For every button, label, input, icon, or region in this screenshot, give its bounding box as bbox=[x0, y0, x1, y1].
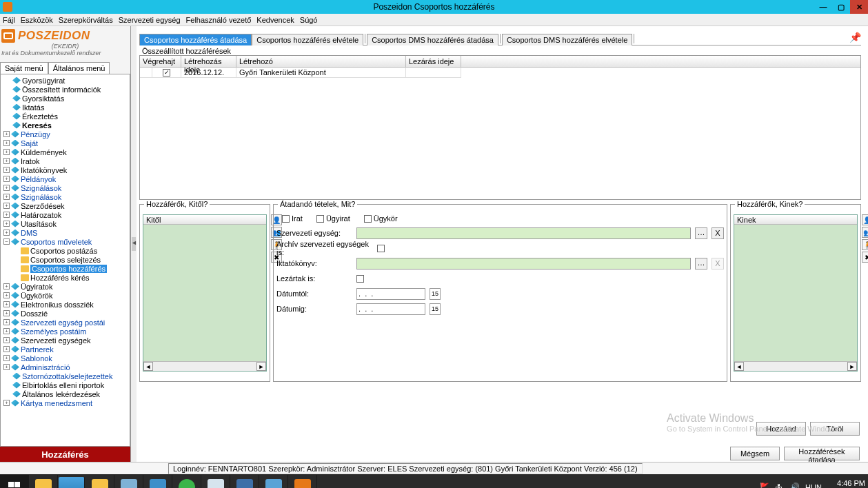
atadas-button[interactable]: Hozzáférések átadása bbox=[784, 447, 860, 460]
tab-dms-elvetele[interactable]: Csoportos DMS hozzáférés elvétele bbox=[502, 34, 632, 45]
tab-dms-atadasa[interactable]: Csoportos DMS hozzáférés átadása bbox=[367, 34, 498, 45]
listbox-kitol[interactable]: Kitől ◄► bbox=[143, 214, 267, 372]
menu-kedvencek[interactable]: Kedvencek bbox=[256, 16, 294, 24]
expand-icon[interactable]: + bbox=[3, 203, 10, 209]
minimize-button[interactable]: — bbox=[814, 0, 832, 14]
tray-lang[interactable]: HUN bbox=[805, 483, 822, 488]
tree-szemelyes[interactable]: Személyes postáim bbox=[21, 327, 86, 336]
tree-szerv-postai[interactable]: Szervezeti egység postái bbox=[21, 318, 105, 327]
expand-icon[interactable]: + bbox=[3, 158, 10, 164]
close-button[interactable]: ✕ bbox=[850, 0, 868, 14]
hozzaad-button[interactable]: Hozzáad bbox=[756, 422, 806, 436]
expand-icon[interactable]: + bbox=[3, 167, 10, 173]
task-explorer[interactable] bbox=[29, 475, 58, 488]
tree-gyorsugyirat[interactable]: Gyorsügyirat bbox=[22, 77, 65, 85]
tree-szerv-egysegek[interactable]: Szervezeti egységek bbox=[21, 336, 91, 345]
user-icon[interactable]: 🧍 bbox=[862, 239, 868, 250]
tree-szignalasok1[interactable]: Szignálások bbox=[21, 184, 61, 192]
lookup-szerv-button[interactable]: … bbox=[695, 227, 707, 239]
tree-csoportos-muveletek[interactable]: Csoportos műveletek bbox=[21, 238, 92, 246]
expand-icon[interactable]: + bbox=[3, 194, 10, 200]
add-user-icon[interactable]: 👤 bbox=[862, 214, 868, 225]
torol-button[interactable]: Töröl bbox=[810, 422, 860, 436]
menu-szerepkor[interactable]: Szerepkörváltás bbox=[59, 16, 113, 24]
input-datumtol[interactable] bbox=[356, 288, 425, 300]
expand-icon[interactable]: + bbox=[3, 176, 10, 182]
expand-icon[interactable]: + bbox=[3, 319, 10, 325]
tree-elbirt[interactable]: Elbirtoklás elleni riportok bbox=[22, 381, 104, 389]
start-button[interactable] bbox=[0, 475, 29, 488]
tree-szignalasok2[interactable]: Szignálások bbox=[21, 193, 61, 201]
tree-sablonok[interactable]: Sablonok bbox=[21, 354, 52, 363]
tree-csoportos-selejtezes[interactable]: Csoportos selejtezés bbox=[30, 256, 101, 264]
expand-icon[interactable]: + bbox=[3, 328, 10, 334]
expand-icon[interactable]: + bbox=[3, 310, 10, 316]
clear-szerv-button[interactable]: X bbox=[711, 227, 724, 239]
task-app4[interactable] bbox=[201, 475, 230, 488]
tree-kartya[interactable]: Kártya menedzsment bbox=[21, 399, 92, 407]
expand-icon[interactable]: + bbox=[3, 221, 10, 227]
tab-elvetele[interactable]: Csoportos hozzáférés elvétele bbox=[252, 34, 363, 45]
tray-clock[interactable]: 4:46 PM 12/12/2016 bbox=[827, 480, 865, 488]
tree-gyorsiktatas[interactable]: Gyorsiktatás bbox=[22, 94, 64, 103]
tab-atadasa[interactable]: Csoportos hozzáférés átadása bbox=[139, 34, 252, 45]
add-group-icon[interactable]: 👥 bbox=[862, 227, 868, 238]
tray-flag-icon[interactable]: 🚩 bbox=[760, 482, 769, 488]
megsem-button[interactable]: Mégsem bbox=[730, 447, 780, 460]
task-app3[interactable] bbox=[172, 475, 201, 488]
tree-kereses[interactable]: Keresés bbox=[22, 121, 52, 130]
calendar-datumig-icon[interactable]: 15 bbox=[430, 303, 441, 315]
calendar-datumtol-icon[interactable]: 15 bbox=[430, 288, 441, 300]
tree-dms[interactable]: DMS bbox=[21, 229, 37, 237]
tree-csoportos-hozzaferes[interactable]: Csoportos hozzáférés bbox=[30, 265, 107, 273]
tree-elektronikus[interactable]: Elektronikus dossziék bbox=[21, 301, 94, 309]
expand-icon[interactable]: + bbox=[3, 355, 10, 361]
tree-kuldemenyek[interactable]: Küldemények bbox=[21, 148, 67, 156]
tree-ugyiratok[interactable]: Ügyiratok bbox=[21, 283, 52, 291]
menu-felhasznalo[interactable]: Felhasználó vezető bbox=[186, 16, 252, 24]
tree-erkeztetes[interactable]: Érkeztetés bbox=[22, 112, 58, 121]
scroll-right-icon[interactable]: ► bbox=[847, 362, 857, 371]
tree-szerzodesek[interactable]: Szerződések bbox=[21, 202, 65, 210]
scroll-left-icon[interactable]: ◄ bbox=[143, 362, 153, 371]
menu-szervezeti[interactable]: Szervezeti egység bbox=[119, 16, 181, 24]
row-checkbox[interactable]: ✓ bbox=[163, 69, 170, 77]
maximize-button[interactable]: ▢ bbox=[832, 0, 850, 14]
expand-icon[interactable]: + bbox=[3, 185, 10, 191]
tree-csoportos-postazas[interactable]: Csoportos postázás bbox=[30, 247, 97, 255]
tree-partnerek[interactable]: Partnerek bbox=[21, 345, 54, 354]
input-iktato[interactable] bbox=[356, 258, 691, 270]
tab-sajat-menu[interactable]: Saját menü bbox=[0, 62, 48, 74]
menu-fajl[interactable]: Fájl bbox=[3, 16, 15, 24]
tree-hatarozatok[interactable]: Határozatok bbox=[21, 211, 61, 219]
expand-icon[interactable]: + bbox=[3, 283, 10, 289]
expand-icon[interactable]: + bbox=[3, 337, 10, 343]
tray-sound-icon[interactable]: 🔊 bbox=[790, 482, 800, 488]
tree-admin[interactable]: Adminisztráció bbox=[21, 363, 70, 372]
tree-altalanos-lek[interactable]: Általános lekérdezések bbox=[22, 390, 100, 398]
chk-ugyirat[interactable] bbox=[316, 215, 324, 223]
expand-icon[interactable]: + bbox=[3, 301, 10, 307]
tree-iratok[interactable]: Iratok bbox=[21, 157, 40, 165]
task-app6[interactable] bbox=[259, 475, 288, 488]
remove-user-icon[interactable]: ✖ bbox=[862, 252, 868, 263]
tree-iktatokonyvek[interactable]: Iktatókönyvek bbox=[21, 166, 67, 174]
lookup-iktato-button[interactable]: … bbox=[695, 258, 707, 270]
task-app1[interactable] bbox=[114, 475, 143, 488]
input-datumig[interactable] bbox=[356, 303, 425, 315]
tree-sajat[interactable]: Saját bbox=[21, 139, 38, 148]
tree-penzugy[interactable]: Pénzügy bbox=[21, 130, 50, 139]
tree-sztorno[interactable]: Sztornózottak/selejtezettek bbox=[22, 372, 112, 380]
task-app2[interactable] bbox=[143, 475, 172, 488]
tree-hozzaferes-keres[interactable]: Hozzáférés kérés bbox=[30, 274, 90, 282]
chk-ugykor[interactable] bbox=[364, 215, 372, 223]
tree-peldanyok[interactable]: Példányok bbox=[21, 175, 56, 183]
chk-lezartak[interactable] bbox=[356, 275, 364, 283]
tree-ugykorok[interactable]: Ügykörök bbox=[21, 292, 52, 300]
splitter[interactable] bbox=[131, 26, 137, 462]
col-letrehozo[interactable]: Létrehozó bbox=[236, 56, 406, 67]
collapse-icon[interactable]: − bbox=[3, 238, 10, 245]
table-row[interactable]: ✓ 2016.12.12. Győri Tankerületi Központ bbox=[140, 68, 860, 78]
expand-icon[interactable]: + bbox=[3, 364, 10, 370]
tab-altalanos-menu[interactable]: Általános menü bbox=[48, 62, 110, 74]
